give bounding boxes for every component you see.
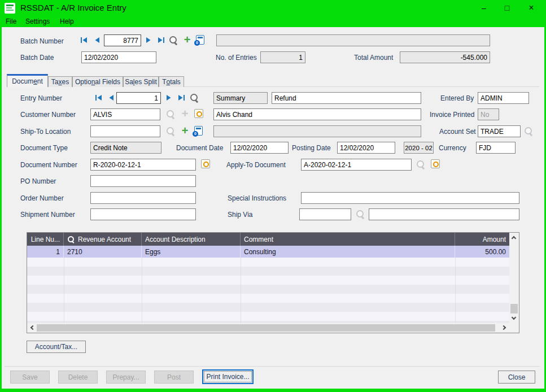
batch-new-icon[interactable]: +: [182, 36, 192, 45]
entries-field: 1: [260, 51, 305, 63]
shipment-number-label: Shipment Number: [20, 211, 75, 219]
entry-description-field[interactable]: Refund: [272, 92, 421, 104]
app-icon: [5, 3, 15, 14]
menu-bar: File Settings Help: [0, 16, 546, 27]
special-instructions-label: Special Instructions: [228, 194, 286, 202]
customer-name-field[interactable]: Alvis Chand: [213, 108, 421, 120]
batch-last-button[interactable]: [156, 35, 166, 45]
entry-first-button[interactable]: [94, 93, 104, 103]
order-number-field[interactable]: [90, 192, 196, 204]
special-instructions-field[interactable]: [301, 192, 519, 204]
grid-header-amount[interactable]: Amount: [455, 233, 509, 246]
grid-header-finder-icon: [67, 236, 75, 243]
close-button[interactable]: Close: [498, 371, 535, 384]
entry-prev-button[interactable]: [106, 93, 116, 103]
document-number-inquiry-icon[interactable]: [201, 159, 210, 168]
invoice-printed-label: Invoice Printed: [430, 111, 474, 119]
batch-number-field[interactable]: 8777: [104, 34, 141, 46]
apply-to-label: Apply-To Document: [226, 161, 286, 169]
scroll-down-icon[interactable]: [509, 313, 519, 323]
cell-comment[interactable]: Consulting: [241, 246, 455, 258]
ship-to-zoom-new-icon[interactable]: [194, 126, 203, 136]
print-invoice-button[interactable]: Print Invoice...: [202, 369, 254, 384]
tab-taxes[interactable]: Taxes: [48, 76, 72, 87]
batch-zoom-new-icon[interactable]: [196, 35, 204, 45]
tab-optional-fields[interactable]: Optional Fields: [72, 76, 123, 87]
entry-last-button[interactable]: [176, 93, 186, 103]
account-set-field[interactable]: TRADE: [478, 125, 521, 137]
batch-first-button[interactable]: [79, 35, 89, 45]
shipment-number-field[interactable]: [90, 208, 196, 220]
minimize-icon[interactable]: –: [475, 0, 492, 16]
batch-next-button[interactable]: [143, 35, 154, 45]
total-amount-field: -545.000: [400, 51, 490, 63]
customer-number-field[interactable]: ALVIS: [90, 108, 160, 120]
grid-vscrollbar[interactable]: [509, 233, 519, 323]
vscroll-thumb[interactable]: [510, 304, 518, 314]
entry-number-label: Entry Number: [20, 94, 62, 102]
save-button[interactable]: Save: [10, 371, 50, 384]
tab-totals[interactable]: Totals: [159, 76, 184, 87]
batch-date-label: Batch Date: [20, 54, 54, 62]
entry-next-button[interactable]: [164, 93, 174, 103]
po-number-label: PO Number: [20, 177, 56, 185]
grid-header-revenue-account[interactable]: Revenue Account: [64, 233, 142, 246]
invoice-printed-field: No: [478, 108, 499, 120]
customer-new-icon: +: [180, 110, 190, 119]
cell-account-description[interactable]: Eggs: [142, 246, 241, 258]
document-type-field: Credit Note: [90, 142, 161, 154]
maximize-icon[interactable]: □: [499, 0, 516, 16]
ship-to-description-field: [213, 125, 421, 137]
ship-via-field[interactable]: [299, 208, 351, 220]
batch-number-label: Batch Number: [20, 37, 64, 45]
account-set-finder-icon: [524, 127, 534, 136]
tab-sales-split[interactable]: Sales Split: [123, 76, 159, 87]
batch-date-field[interactable]: 12/02/2020: [81, 51, 156, 63]
menu-settings[interactable]: Settings: [23, 16, 52, 27]
post-button[interactable]: Post: [154, 371, 194, 384]
grid-empty-rows[interactable]: [27, 258, 509, 324]
customer-finder-icon: [166, 110, 176, 119]
grid-header-comment[interactable]: Comment: [241, 233, 455, 246]
posting-date-field[interactable]: 12/02/2020: [337, 142, 395, 154]
po-number-field[interactable]: [90, 175, 196, 187]
scroll-left-icon[interactable]: [27, 323, 37, 333]
ship-to-new-icon[interactable]: +: [180, 127, 190, 136]
account-tax-button[interactable]: Account/Tax...: [27, 341, 86, 353]
batch-finder-icon[interactable]: [169, 36, 178, 45]
cell-line-number[interactable]: 1: [27, 246, 64, 258]
entry-number-field[interactable]: 1: [116, 92, 161, 104]
grid-hscrollbar[interactable]: [27, 323, 509, 333]
scroll-right-icon[interactable]: [500, 323, 509, 333]
grid-header-line-number[interactable]: Line Nu...: [27, 233, 64, 246]
prepay-button[interactable]: Prepay...: [106, 371, 146, 384]
menu-file[interactable]: File: [3, 16, 19, 27]
delete-button[interactable]: Delete: [58, 371, 98, 384]
scroll-up-icon[interactable]: [509, 233, 519, 242]
currency-field: FJD: [476, 142, 516, 154]
batch-prev-button[interactable]: [92, 35, 102, 45]
cell-amount[interactable]: 500.00: [455, 246, 509, 258]
ship-to-field[interactable]: [90, 125, 160, 137]
close-icon[interactable]: ×: [523, 0, 540, 16]
grid-header-account-description[interactable]: Account Description: [142, 233, 241, 246]
apply-to-inquiry-icon[interactable]: [431, 159, 440, 168]
entry-type-field: Summary: [213, 92, 268, 104]
app-window: RSSDAT - A/R Invoice Entry – □ × File Se…: [0, 0, 546, 392]
apply-to-field[interactable]: A-2020-02-12-1: [301, 159, 412, 171]
ship-to-finder-icon: [166, 127, 176, 136]
year-period-field: 2020 - 02: [404, 142, 434, 154]
ship-via-description-field[interactable]: [369, 208, 519, 220]
document-date-field[interactable]: 12/02/2020: [230, 142, 289, 154]
document-number-field[interactable]: R-2020-02-12-1: [90, 159, 196, 171]
window-body: Batch Number 8777 + Batch Date 12/02/202…: [2, 27, 544, 389]
detail-grid: Line Nu... Revenue Account Account Descr…: [27, 232, 519, 333]
customer-inquiry-icon[interactable]: [194, 109, 203, 118]
tab-document[interactable]: Document: [7, 74, 48, 87]
hscroll-thumb[interactable]: [37, 324, 495, 332]
cell-revenue-account[interactable]: 2710: [64, 246, 142, 258]
menu-help[interactable]: Help: [58, 16, 76, 27]
grid-selected-row[interactable]: 1 2710 Eggs Consulting 500.00: [27, 246, 509, 258]
entry-finder-icon[interactable]: [190, 93, 199, 103]
apply-to-finder-icon: [416, 160, 426, 169]
